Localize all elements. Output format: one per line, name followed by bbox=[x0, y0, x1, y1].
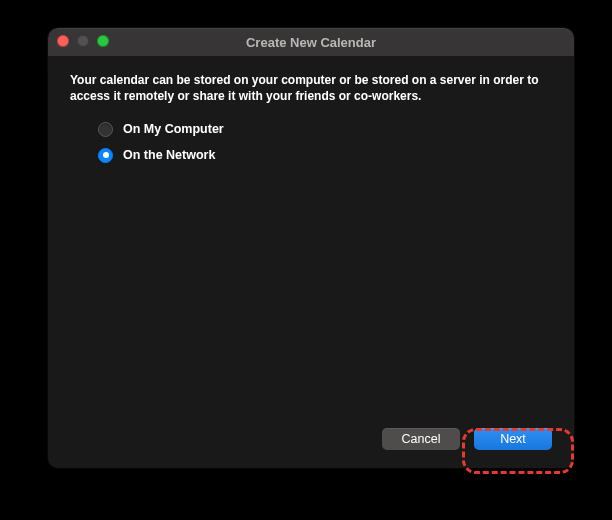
radio-label: On the Network bbox=[123, 148, 215, 162]
minimize-icon bbox=[77, 35, 89, 47]
radio-icon bbox=[98, 122, 113, 137]
close-icon[interactable] bbox=[57, 35, 69, 47]
window-title: Create New Calendar bbox=[246, 35, 376, 50]
zoom-icon[interactable] bbox=[97, 35, 109, 47]
dialog-window: Create New Calendar Your calendar can be… bbox=[48, 28, 574, 468]
window-controls bbox=[57, 35, 109, 47]
radio-label: On My Computer bbox=[123, 122, 224, 136]
dialog-content: Your calendar can be stored on your comp… bbox=[48, 56, 574, 468]
cancel-button[interactable]: Cancel bbox=[382, 428, 460, 450]
storage-radio-group: On My Computer On the Network bbox=[98, 116, 552, 168]
button-row: Cancel Next bbox=[382, 428, 552, 450]
titlebar: Create New Calendar bbox=[48, 28, 574, 56]
radio-on-the-network[interactable]: On the Network bbox=[98, 142, 552, 168]
next-button[interactable]: Next bbox=[474, 428, 552, 450]
radio-on-my-computer[interactable]: On My Computer bbox=[98, 116, 552, 142]
intro-text: Your calendar can be stored on your comp… bbox=[70, 72, 552, 104]
radio-icon bbox=[98, 148, 113, 163]
